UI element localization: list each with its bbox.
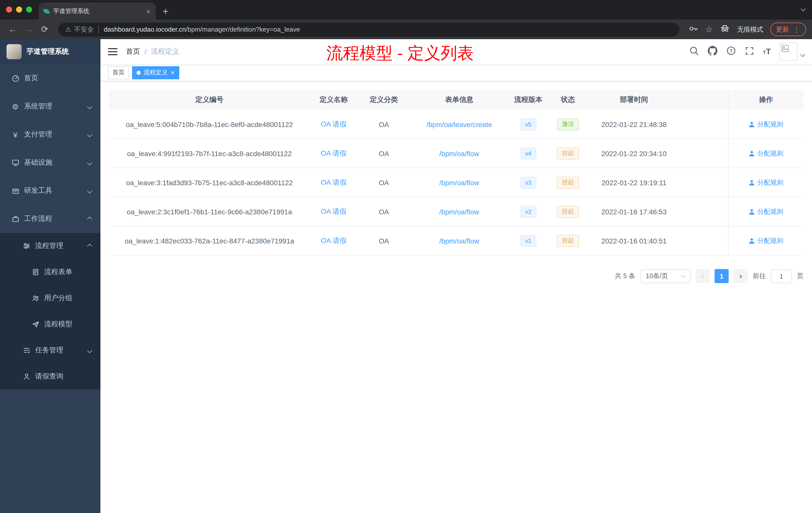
prev-page-button[interactable]: ‹	[696, 269, 709, 283]
new-tab-button[interactable]: +	[163, 6, 168, 16]
select-caret-icon	[682, 273, 686, 278]
chevron-up-icon	[87, 216, 92, 221]
sidebar-menu: 首页 ⚙ 系统管理 ¥ 支付管理 基础设施	[0, 64, 100, 513]
tag-close-icon[interactable]: ×	[171, 69, 174, 76]
url-separator	[98, 26, 99, 33]
tab-favicon-icon	[43, 8, 50, 14]
sidebar-item-process-model[interactable]: 流程模型	[0, 311, 100, 337]
breadcrumb-home[interactable]: 首页	[126, 47, 140, 56]
definition-name-link[interactable]: OA 请假	[321, 178, 347, 187]
sidebar-item-infrastructure[interactable]: 基础设施	[0, 149, 100, 177]
update-chip[interactable]: 更新 ⋮	[770, 23, 806, 36]
tags-view: 首页 流程定义 ×	[100, 64, 812, 81]
fullscreen-icon[interactable]	[745, 46, 754, 58]
back-icon[interactable]: ←	[6, 24, 19, 34]
cell-definition-id: oa_leave:5:004b710b-7b8a-11ec-8ef0-acde4…	[109, 120, 310, 128]
form-info-link[interactable]: /bpm/oa/flow	[439, 149, 479, 157]
table-row: oa_leave:1:482ec033-762a-11ec-8477-a2380…	[109, 227, 804, 255]
chevron-down-icon	[87, 132, 92, 137]
sidebar-item-workflow[interactable]: 工作流程	[0, 205, 100, 233]
cell-category: OA	[357, 237, 410, 245]
sidebar-item-leave-query[interactable]: 请假查询	[0, 363, 100, 390]
gear-icon: ⚙	[11, 103, 20, 110]
user-icon	[749, 179, 755, 185]
minimize-window-button[interactable]	[16, 6, 22, 12]
url-path: /bpm/manager/definition?key=oa_leave	[186, 26, 300, 33]
monitor-icon	[11, 159, 20, 167]
logo-avatar	[6, 44, 22, 59]
definition-name-link[interactable]: OA 请假	[321, 236, 347, 245]
chevron-up-icon	[87, 243, 92, 248]
definition-name-link[interactable]: OA 请假	[321, 149, 347, 158]
app-logo[interactable]: 芋道管理系统	[0, 39, 100, 64]
form-info-link[interactable]: /bpm/oa/flow	[439, 237, 479, 245]
cell-definition-id: oa_leave:3:1fad3d93-7b75-11ec-a3c8-acde4…	[109, 178, 310, 186]
tab-search-icon[interactable]	[801, 6, 806, 11]
browser-menu-icon[interactable]: ⋮	[793, 25, 801, 34]
top-navbar: 首页 / 流程定义 流程模型 - 定义列表 ? TT	[100, 39, 812, 64]
sidebar-item-task-management[interactable]: 任务管理	[0, 337, 100, 363]
sidebar-item-system-management[interactable]: ⚙ 系统管理	[0, 92, 100, 120]
incognito-icon	[720, 23, 730, 36]
sidebar-item-user-group[interactable]: 用户分组	[0, 285, 100, 311]
sliders-icon	[22, 242, 31, 250]
assign-rule-link[interactable]: 分配规则	[749, 207, 783, 216]
tag-home[interactable]: 首页	[108, 66, 129, 79]
page-size-select[interactable]: 10条/页	[640, 269, 691, 283]
goto-page-input[interactable]	[771, 269, 792, 283]
status-badge: 挂起	[557, 235, 579, 247]
table-row: oa_leave:4:991f2193-7b7f-11ec-a3c8-acde4…	[109, 139, 804, 168]
sidebar-item-process-management[interactable]: 流程管理	[0, 233, 100, 259]
avatar-caret-icon	[800, 52, 805, 57]
version-badge: v3	[520, 176, 536, 188]
form-info-link[interactable]: /bpm/oa/leave/create	[426, 120, 492, 128]
chevron-down-icon	[87, 160, 92, 165]
bookmark-star-icon[interactable]: ☆	[705, 25, 713, 34]
definition-name-link[interactable]: OA 请假	[321, 120, 347, 129]
github-icon[interactable]	[707, 46, 718, 58]
main-area: 首页 / 流程定义 流程模型 - 定义列表 ? TT	[100, 39, 812, 513]
tab-close-icon[interactable]: ×	[146, 7, 151, 15]
assign-rule-link[interactable]: 分配规则	[749, 149, 783, 158]
browser-tab[interactable]: 芋道管理系统 ×	[39, 2, 156, 20]
sidebar: 芋道管理系统 首页 ⚙ 系统管理 ¥ 支付管理	[0, 39, 100, 513]
form-info-link[interactable]: /bpm/oa/flow	[439, 178, 479, 186]
assign-rule-link[interactable]: 分配规则	[749, 120, 783, 129]
font-size-icon[interactable]: TT	[763, 47, 771, 56]
sidebar-toggle-icon[interactable]	[108, 48, 117, 55]
sidebar-item-process-form[interactable]: 流程表单	[0, 259, 100, 285]
sidebar-item-home[interactable]: 首页	[0, 64, 100, 92]
cell-deploy-time: 2022-01-22 19:19:11	[587, 178, 680, 186]
cell-deploy-time: 2022-01-22 20:34:10	[587, 149, 680, 157]
help-icon[interactable]: ?	[726, 46, 736, 58]
user-avatar-menu[interactable]	[779, 43, 805, 61]
definition-name-link[interactable]: OA 请假	[321, 207, 347, 216]
breadcrumb: 首页 / 流程定义	[126, 47, 179, 56]
chevron-down-icon	[87, 104, 92, 109]
close-window-button[interactable]	[6, 6, 12, 12]
page-number-button[interactable]: 1	[715, 269, 729, 283]
sidebar-item-payment-management[interactable]: ¥ 支付管理	[0, 120, 100, 149]
assign-rule-link[interactable]: 分配规则	[749, 236, 783, 245]
breadcrumb-current: 流程定义	[151, 47, 179, 56]
reload-icon[interactable]: ⟳	[38, 24, 51, 35]
cell-category: OA	[357, 208, 410, 216]
search-icon[interactable]	[689, 46, 699, 58]
breadcrumb-separator: /	[145, 48, 147, 56]
tag-process-definition[interactable]: 流程定义 ×	[132, 66, 179, 79]
form-info-link[interactable]: /bpm/oa/flow	[439, 208, 479, 216]
page-content: 定义编号 定义名称 定义分类 表单信息 流程版本 状态 部署时间 操作 oa_l…	[100, 81, 812, 513]
next-page-button[interactable]: ›	[734, 269, 748, 283]
user-icon	[749, 121, 755, 127]
workflow-submenu: 流程管理 流程表单 用户分组 流程模型	[0, 233, 100, 390]
cell-deploy-time: 2022-01-22 21:48:38	[587, 120, 680, 128]
screen: 芋道管理系统 × + ← → ⟳ ⚠ 不安全 dashboard.yudao.i…	[0, 0, 812, 513]
zoom-window-button[interactable]	[26, 6, 32, 12]
definition-table: 定义编号 定义名称 定义分类 表单信息 流程版本 状态 部署时间 操作 oa_l…	[109, 90, 804, 255]
not-secure-warning-icon[interactable]: ⚠	[65, 26, 71, 33]
chevron-down-icon	[87, 348, 92, 353]
saved-passwords-key-icon[interactable]	[688, 23, 698, 35]
sidebar-item-dev-tools[interactable]: 研发工具	[0, 177, 100, 205]
address-bar[interactable]: ⚠ 不安全 dashboard.yudao.iocoder.cn /bpm/ma…	[58, 22, 679, 36]
assign-rule-link[interactable]: 分配规则	[749, 178, 783, 187]
